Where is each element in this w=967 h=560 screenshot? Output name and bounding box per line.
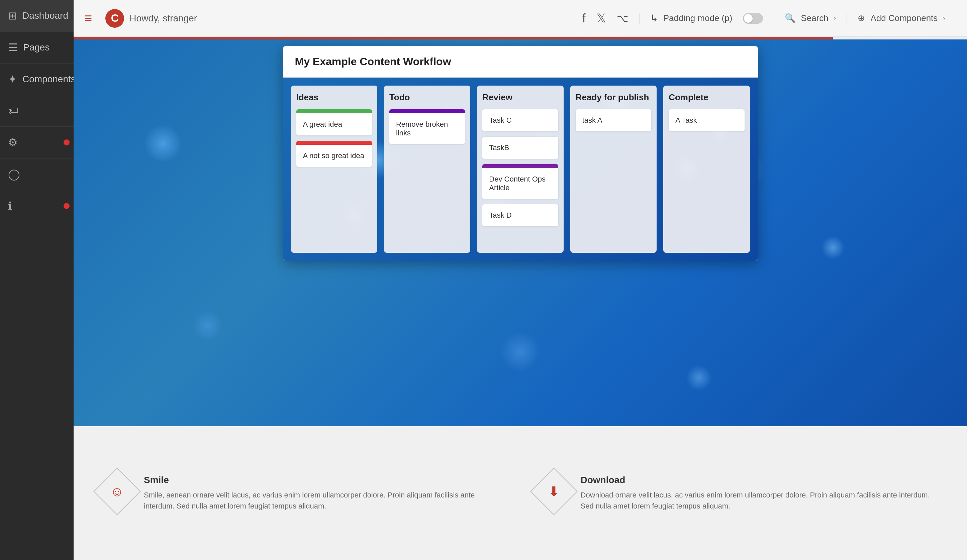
column-title-todo: Todo (389, 92, 465, 103)
kanban-card-a-great-idea[interactable]: A great idea (296, 109, 372, 135)
card-text: A Task (668, 109, 744, 132)
download-icon-box: ⬇ (530, 468, 578, 515)
smile-title: Smile (144, 475, 504, 486)
sidebar-item-info[interactable]: ℹ (0, 190, 74, 222)
card-text: Dev Content Ops Article (482, 168, 558, 199)
add-components-label: Add Components (870, 13, 937, 23)
download-text: Download Download ornare velit lacus, ac… (581, 475, 941, 512)
modal-header: My Example Content Workflow (283, 46, 758, 77)
padding-mode-label: Padding mode (p) (663, 13, 733, 23)
kanban-card-task-d[interactable]: Task D (482, 204, 558, 226)
column-title-ideas: Ideas (296, 92, 372, 103)
notification-dot-2 (64, 203, 69, 209)
topbar: ≡ C Howdy, stranger f 𝕏 ⌥ ↳ Padding mode… (74, 0, 967, 37)
search-label: Search (801, 13, 828, 23)
kanban-board: Ideas A great idea A not so great idea (291, 86, 750, 253)
components-icon: ✦ (8, 73, 17, 86)
card-text: Task D (482, 204, 558, 226)
main-content: ≡ C Howdy, stranger f 𝕏 ⌥ ↳ Padding mode… (74, 0, 967, 560)
download-icon: ⬇ (548, 484, 559, 499)
info-icon: ℹ (8, 199, 12, 212)
padding-mode-button[interactable]: ↳ Padding mode (p) (640, 13, 774, 24)
smile-description: Smile, aenean ornare velit lacus, ac var… (144, 489, 504, 512)
card-text: A great idea (296, 113, 372, 135)
column-title-complete: Complete (668, 92, 744, 103)
kanban-column-complete: Complete A Task (663, 86, 749, 253)
search-icon: 🔍 (785, 13, 795, 23)
sidebar-item-label: Pages (23, 42, 50, 53)
kanban-card-not-so-great[interactable]: A not so great idea (296, 141, 372, 167)
column-title-review: Review (482, 92, 558, 103)
bottom-features: ☺ Smile Smile, aenean ornare velit lacus… (74, 426, 967, 560)
kanban-card-task-a[interactable]: task A (576, 109, 651, 132)
card-text: task A (576, 109, 651, 132)
card-text: Task C (482, 109, 558, 132)
kanban-column-todo: Todo Remove broken links (384, 86, 470, 253)
card-text: A not so great idea (296, 145, 372, 167)
card-bar-red (296, 141, 372, 145)
smile-icon: ☺ (111, 484, 124, 499)
smile-text: Smile Smile, aenean ornare velit lacus, … (144, 475, 504, 512)
topbar-logo: C Howdy, stranger (106, 9, 197, 28)
brand-logo: C (106, 9, 124, 28)
add-components-icon: ⊕ (858, 13, 865, 23)
download-title: Download (581, 475, 941, 486)
column-title-ready: Ready for publish (576, 92, 651, 103)
card-bar-green (296, 109, 372, 113)
kanban-card-a-task[interactable]: A Task (668, 109, 744, 132)
sidebar-item-pages[interactable]: ☰ Pages (0, 32, 74, 64)
sidebar-item-tags[interactable]: 🏷 (0, 95, 74, 127)
padding-mode-icon: ↳ (650, 13, 658, 24)
kanban-column-ready: Ready for publish task A (570, 86, 657, 253)
card-bar-dark-purple (482, 164, 558, 168)
padding-mode-toggle[interactable] (743, 13, 763, 24)
page-content: My Example Content Workflow Ideas A grea… (74, 40, 967, 560)
settings-icon: ⚙ (8, 136, 18, 149)
twitter-icon[interactable]: 𝕏 (596, 12, 606, 25)
sidebar-item-dashboard[interactable]: ⊞ Dashboard › (0, 0, 74, 32)
sidebar: ⊞ Dashboard › ☰ Pages ✦ Components 🏷 ⚙ ◯… (0, 0, 74, 560)
kanban-card-task-b[interactable]: TaskB (482, 137, 558, 159)
feature-smile: ☺ Smile Smile, aenean ornare velit lacus… (101, 475, 504, 512)
facebook-icon[interactable]: f (583, 12, 586, 25)
github-icon[interactable]: ⌥ (617, 12, 629, 24)
hamburger-button[interactable]: ≡ (84, 11, 92, 26)
card-bar-purple (389, 109, 465, 113)
sidebar-item-label: Components (22, 74, 76, 85)
sidebar-item-label: Dashboard (22, 10, 68, 21)
topbar-greeting: Howdy, stranger (129, 13, 197, 24)
sidebar-item-components[interactable]: ✦ Components (0, 64, 74, 95)
kanban-card-dev-content[interactable]: Dev Content Ops Article (482, 164, 558, 199)
workflow-modal: My Example Content Workflow Ideas A grea… (283, 46, 758, 261)
card-text: Remove broken links (389, 113, 465, 144)
circle-icon: ◯ (8, 168, 20, 181)
progress-bar-fill (74, 37, 833, 40)
download-description: Download ornare velit lacus, ac varius e… (581, 489, 941, 512)
chevron-right-add: › (943, 14, 945, 22)
card-text: TaskB (482, 137, 558, 159)
topbar-social-icons: f 𝕏 ⌥ (583, 12, 629, 25)
smile-icon-box: ☺ (93, 468, 140, 515)
dashboard-icon: ⊞ (8, 9, 17, 22)
feature-download: ⬇ Download Download ornare velit lacus, … (537, 475, 941, 512)
kanban-column-ideas: Ideas A great idea A not so great idea (291, 86, 377, 253)
kanban-card-remove-broken[interactable]: Remove broken links (389, 109, 465, 144)
sidebar-item-settings[interactable]: ⚙ (0, 127, 74, 158)
modal-body: Ideas A great idea A not so great idea (283, 77, 758, 261)
progress-bar (74, 37, 967, 40)
search-button[interactable]: 🔍 Search › (774, 13, 847, 24)
kanban-column-review: Review Task C TaskB Dev Content Ops Arti… (477, 86, 563, 253)
sidebar-item-circle[interactable]: ◯ (0, 158, 74, 190)
kanban-card-task-c[interactable]: Task C (482, 109, 558, 132)
pages-icon: ☰ (8, 41, 18, 54)
notification-dot (64, 139, 69, 145)
add-components-button[interactable]: ⊕ Add Components › (847, 13, 956, 24)
modal-title: My Example Content Workflow (295, 56, 746, 68)
chevron-right-search: › (834, 14, 836, 22)
topbar-right-panel: ↳ Padding mode (p) 🔍 Search › ⊕ Add Comp… (639, 13, 956, 24)
tags-icon: 🏷 (8, 105, 19, 117)
